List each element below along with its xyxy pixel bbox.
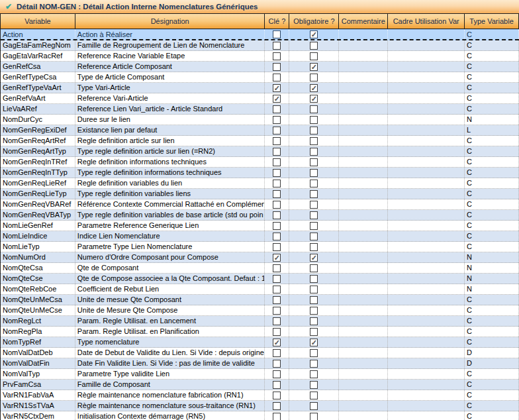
obligatoire-checkbox[interactable]	[310, 105, 318, 113]
obligatoire-checkbox[interactable]	[310, 52, 318, 60]
cle-checkbox[interactable]: ✓	[273, 84, 281, 92]
table-row[interactable]: NomLieIndiceIndice Lien NomenclatureC	[1, 231, 519, 242]
table-row[interactable]: GenRefTypeVaArtType Vari-Article✓✓C	[1, 83, 519, 93]
cle-checkbox[interactable]	[273, 180, 281, 187]
column-header-cadre-utilisation[interactable]: Cadre Utilisation Var	[388, 14, 465, 28]
obligatoire-checkbox[interactable]: ✓	[310, 84, 318, 92]
column-header-designation[interactable]: Désignation	[75, 14, 265, 28]
table-row[interactable]: NomGenRegExiDefExistance lien par defaut…	[1, 125, 519, 136]
obligatoire-checkbox[interactable]	[310, 243, 318, 251]
cle-checkbox[interactable]	[273, 30, 281, 38]
obligatoire-checkbox[interactable]	[310, 127, 318, 134]
table-row[interactable]: GenRefTypeCsaType de Article ComposantC	[1, 72, 519, 83]
cle-checkbox[interactable]	[273, 190, 281, 198]
obligatoire-checkbox[interactable]	[310, 74, 318, 81]
cle-checkbox[interactable]	[273, 402, 281, 410]
cle-checkbox[interactable]	[273, 392, 281, 399]
table-row[interactable]: NomDurCycDuree sur le lienN	[1, 115, 519, 125]
cle-checkbox[interactable]	[273, 116, 281, 124]
obligatoire-checkbox[interactable]	[310, 275, 318, 283]
obligatoire-checkbox[interactable]	[310, 211, 318, 219]
obligatoire-checkbox[interactable]	[310, 222, 318, 230]
table-row[interactable]: LieVaARefReference Lien Vari_article - A…	[1, 104, 519, 115]
obligatoire-checkbox[interactable]	[310, 360, 318, 368]
table-row[interactable]: NomValDatDebDate de Debut de Validite du…	[1, 348, 519, 358]
cle-checkbox[interactable]	[273, 328, 281, 336]
cle-checkbox[interactable]	[273, 222, 281, 230]
obligatoire-checkbox[interactable]	[310, 158, 318, 166]
table-row[interactable]: ActionAction à Réaliser✓C	[1, 29, 519, 40]
obligatoire-checkbox[interactable]	[310, 307, 318, 315]
table-row[interactable]: NomTypRefType nomenclature✓✓C	[1, 337, 519, 348]
cle-checkbox[interactable]	[273, 127, 281, 134]
obligatoire-checkbox[interactable]	[310, 116, 318, 124]
table-row[interactable]: GagEtaFamRegNomFamille de Regroupement d…	[1, 40, 519, 51]
table-row[interactable]: NomRegPlaParam. Regle Utilisat. en Plani…	[1, 327, 519, 337]
obligatoire-checkbox[interactable]	[310, 148, 318, 156]
obligatoire-checkbox[interactable]	[310, 286, 318, 293]
column-header-variable[interactable]: Variable	[1, 14, 75, 28]
cle-checkbox[interactable]	[273, 275, 281, 283]
cle-checkbox[interactable]	[273, 63, 281, 71]
obligatoire-checkbox[interactable]	[310, 317, 318, 325]
obligatoire-checkbox[interactable]: ✓	[310, 63, 318, 71]
cle-checkbox[interactable]	[273, 74, 281, 81]
cle-checkbox[interactable]	[273, 349, 281, 357]
table-row[interactable]: NomQteCsaQte de ComposantN	[1, 263, 519, 274]
table-row[interactable]: NomGenReqLieTypType regle definition var…	[1, 189, 519, 199]
table-row[interactable]: VarRN5CtxDemInitialisation Contexte déma…	[1, 411, 519, 420]
cle-checkbox[interactable]	[273, 370, 281, 378]
cle-checkbox[interactable]	[273, 317, 281, 325]
table-row[interactable]: NomLieGenRefParametre Reference Generiqu…	[1, 221, 519, 231]
table-row[interactable]: NomGenReqVBATypType regle definition var…	[1, 210, 519, 221]
table-row[interactable]: VarRN1FabVaARègle maintenance nomenclatu…	[1, 390, 519, 401]
table-row[interactable]: NomGenReqVBARefRéférence Contexte Commer…	[1, 199, 519, 210]
cle-checkbox[interactable]	[273, 264, 281, 272]
table-row[interactable]: GenRefVaArtReference Vari-Article✓✓C	[1, 93, 519, 104]
table-row[interactable]: NomValTypParametre Type validite LienC	[1, 369, 519, 380]
obligatoire-checkbox[interactable]	[310, 190, 318, 198]
cle-checkbox[interactable]	[273, 158, 281, 166]
cle-checkbox[interactable]	[273, 233, 281, 240]
table-row[interactable]: PrvFamCsaFamille de ComposantC	[1, 380, 519, 390]
cle-checkbox[interactable]	[273, 360, 281, 368]
cle-checkbox[interactable]	[273, 105, 281, 113]
table-row[interactable]: NomGenReqInTTypType regle definition inf…	[1, 168, 519, 178]
obligatoire-checkbox[interactable]: ✓	[310, 254, 318, 262]
obligatoire-checkbox[interactable]	[310, 402, 318, 410]
table-row[interactable]: NomValDatFinDate Fin Validite Lien. Si V…	[1, 358, 519, 369]
cle-checkbox[interactable]	[273, 286, 281, 293]
obligatoire-checkbox[interactable]: ✓	[310, 30, 318, 38]
table-row[interactable]: NomNumOrdNumero d'Ordre Composant pour C…	[1, 252, 519, 263]
obligatoire-checkbox[interactable]: ✓	[310, 95, 318, 103]
cle-checkbox[interactable]	[273, 381, 281, 389]
cle-checkbox[interactable]	[273, 148, 281, 156]
obligatoire-checkbox[interactable]	[310, 370, 318, 378]
cle-checkbox[interactable]	[273, 413, 281, 420]
table-row[interactable]: NomRegLctParam. Regle Utilisat. en Lance…	[1, 316, 519, 327]
obligatoire-checkbox[interactable]	[310, 381, 318, 389]
obligatoire-checkbox[interactable]	[310, 42, 318, 50]
obligatoire-checkbox[interactable]	[310, 392, 318, 399]
obligatoire-checkbox[interactable]	[310, 233, 318, 240]
table-row[interactable]: NomQteRebCoeCoefficient de Rebut LienN	[1, 284, 519, 295]
cle-checkbox[interactable]	[273, 296, 281, 304]
cle-checkbox[interactable]	[273, 307, 281, 315]
column-header-obligatoire[interactable]: Obligatoire ?	[289, 14, 339, 28]
cle-checkbox[interactable]	[273, 52, 281, 60]
table-row[interactable]: NomGenReqInTRefRegle definition informat…	[1, 157, 519, 168]
obligatoire-checkbox[interactable]	[310, 296, 318, 304]
cle-checkbox[interactable]	[273, 42, 281, 50]
cle-checkbox[interactable]: ✓	[273, 95, 281, 103]
obligatoire-checkbox[interactable]	[310, 137, 318, 145]
table-row[interactable]: NomGenReqArtRefRegle definition article …	[1, 136, 519, 146]
cle-checkbox[interactable]	[273, 201, 281, 209]
obligatoire-checkbox[interactable]	[310, 264, 318, 272]
table-row[interactable]: NomQteUnMeCseUnite de Mesure Qte Compose…	[1, 305, 519, 316]
column-header-cle[interactable]: Clé ?	[265, 14, 289, 28]
column-header-commentaire[interactable]: Commentaire	[339, 14, 388, 28]
cle-checkbox[interactable]: ✓	[273, 339, 281, 346]
obligatoire-checkbox[interactable]: ✓	[310, 339, 318, 346]
obligatoire-checkbox[interactable]	[310, 169, 318, 177]
cle-checkbox[interactable]	[273, 137, 281, 145]
